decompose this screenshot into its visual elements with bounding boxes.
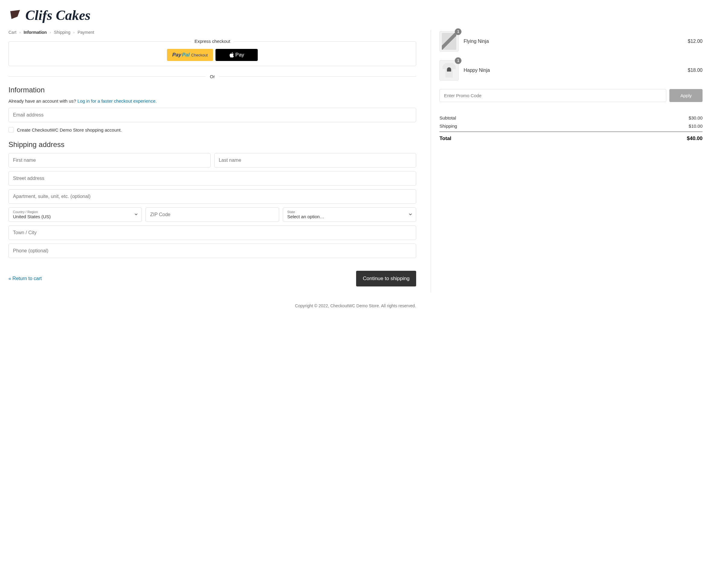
order-summary: 1 Flying Ninja $12.00 1 Happy Ninja $18.… (431, 30, 703, 293)
promo-code-input[interactable] (439, 89, 666, 102)
email-input[interactable] (8, 108, 416, 122)
state-select[interactable]: State Select an option… (283, 207, 416, 222)
breadcrumb-payment[interactable]: Payment (78, 30, 94, 35)
apple-icon (229, 52, 234, 58)
cart-item-thumbnail: 1 (439, 31, 459, 51)
apartment-input[interactable] (8, 189, 416, 204)
country-select[interactable]: Country / Region United States (US) (8, 207, 142, 222)
quantity-badge: 1 (455, 28, 461, 35)
cart-item-thumbnail: 1 (439, 60, 459, 81)
return-to-cart-link[interactable]: « Return to cart (8, 276, 42, 281)
applepay-button[interactable]: Pay (215, 49, 258, 61)
cart-item: 1 Happy Ninja $18.00 (439, 60, 703, 81)
breadcrumb-cart[interactable]: Cart (8, 30, 16, 35)
cart-item-name: Flying Ninja (464, 39, 683, 44)
checkout-left: Cart › Information › Shipping › Payment … (8, 30, 431, 293)
footer-copyright: Copyright © 2022, CheckoutWC Demo Store.… (8, 293, 703, 314)
login-prompt: Already have an account with us? Log in … (8, 99, 416, 104)
or-divider: Or (8, 74, 416, 79)
continue-to-shipping-button[interactable]: Continue to shipping (356, 271, 416, 287)
cart-item-name: Happy Ninja (464, 68, 683, 73)
zip-input[interactable] (146, 207, 279, 222)
paypal-button[interactable]: PayPalCheckout (167, 49, 213, 61)
cart-item-price: $18.00 (688, 68, 703, 73)
breadcrumb-information[interactable]: Information (24, 30, 47, 35)
login-link[interactable]: Log in for a faster checkout experience. (77, 99, 157, 104)
chevron-down-icon (134, 212, 138, 217)
logo-icon (8, 9, 22, 22)
phone-input[interactable] (8, 244, 416, 258)
shipping-row: Shipping $10.00 (439, 123, 703, 129)
subtotal-row: Subtotal $30.00 (439, 115, 703, 121)
chevron-right-icon: › (19, 30, 21, 34)
city-input[interactable] (8, 226, 416, 240)
quantity-badge: 1 (455, 57, 461, 64)
total-row: Total $40.00 (439, 132, 703, 142)
chevron-right-icon: › (50, 30, 51, 34)
create-account-checkbox[interactable] (8, 127, 14, 132)
street-input[interactable] (8, 171, 416, 186)
express-checkout-box: Express checkout PayPalCheckout Pay (8, 41, 416, 66)
express-checkout-label: Express checkout (191, 39, 234, 44)
chevron-right-icon: › (73, 30, 74, 34)
logo-text: Clifs Cakes (25, 7, 90, 23)
chevron-down-icon (409, 212, 412, 217)
breadcrumb-shipping[interactable]: Shipping (54, 30, 71, 35)
cart-item: 1 Flying Ninja $12.00 (439, 31, 703, 51)
breadcrumb: Cart › Information › Shipping › Payment (8, 30, 416, 35)
apply-promo-button[interactable]: Apply (669, 89, 703, 102)
information-title: Information (8, 86, 416, 94)
firstname-input[interactable] (8, 153, 211, 168)
create-account-label[interactable]: Create CheckoutWC Demo Store shopping ac… (17, 127, 122, 132)
site-header: Clifs Cakes (8, 7, 703, 23)
shipping-title: Shipping address (8, 140, 416, 149)
cart-item-price: $12.00 (688, 39, 703, 44)
lastname-input[interactable] (214, 153, 416, 168)
